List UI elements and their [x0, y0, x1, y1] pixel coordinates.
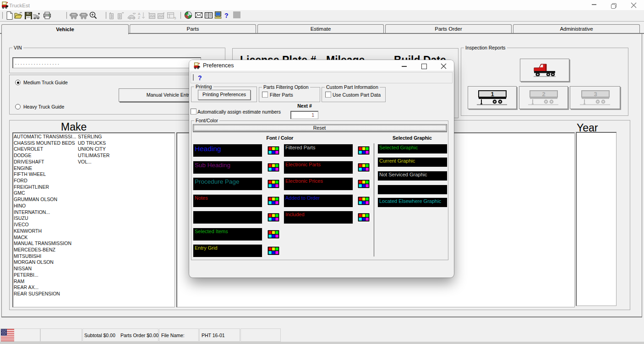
svg-text:3: 3 [594, 91, 597, 98]
svg-text:Z: Z [138, 16, 140, 20]
svg-text:1: 1 [491, 91, 494, 98]
svg-text:5: 5 [174, 16, 176, 20]
svg-text:2: 2 [542, 91, 545, 98]
svg-text:?: ? [224, 12, 229, 19]
